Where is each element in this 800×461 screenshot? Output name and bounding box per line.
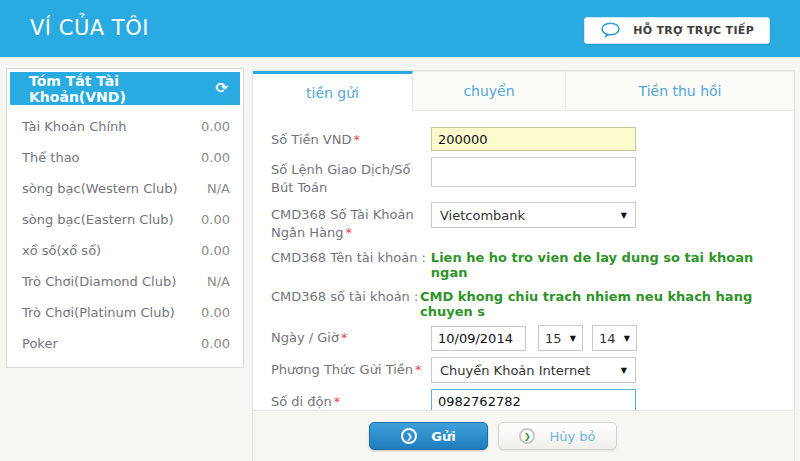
account-row-eastern-club: sòng bạc(Eastern Club) 0.00 [10, 204, 240, 235]
account-row-lottery: xổ số(xổ số) 0.00 [10, 235, 240, 266]
live-support-label: HỖ TRỢ TRỰC TIẾP [633, 24, 754, 37]
hour-selected-value: 15 [545, 331, 562, 346]
required-asterisk: * [344, 225, 353, 240]
datetime-controls: 15 ▼ 14 ▼ [431, 325, 637, 351]
dropdown-arrow-icon: ▼ [624, 334, 630, 343]
deposit-form: Số Tiền VND* Số Lệnh Giao Dịch/Số Bút To… [253, 111, 794, 451]
account-name-row: CMD368 Tên tài khoản : Lien he ho tro vi… [271, 247, 794, 280]
account-summary-list: Tài Khoản Chính 0.00 Thể thao 0.00 sòng … [10, 105, 240, 359]
account-row-poker: Poker 0.00 [10, 328, 240, 359]
required-asterisk: * [339, 330, 348, 345]
chevron-right-icon: ❯ [401, 428, 417, 444]
account-summary-panel: Tóm Tắt Tài Khoản(VND) ⟳ Tài Khoản Chính… [6, 68, 244, 368]
bank-account-row: CMD368 Số Tài Khoản Ngân Hàng* Vietcomba… [271, 202, 794, 241]
account-balance: 0.00 [201, 305, 230, 320]
account-balance: 0.00 [201, 336, 230, 351]
datetime-row: Ngày / Giờ* 15 ▼ 14 ▼ [271, 325, 794, 351]
amount-row: Số Tiền VND* [271, 127, 794, 151]
chevron-right-icon: ❯ [519, 428, 535, 444]
amount-input[interactable] [431, 127, 636, 151]
minute-select[interactable]: 14 ▼ [592, 325, 637, 351]
account-label: sòng bạc(Eastern Club) [22, 212, 174, 227]
cancel-button[interactable]: ❯ Hủy bỏ [498, 422, 617, 450]
bank-select[interactable]: Vietcombank ▼ [431, 202, 636, 228]
submit-button-label: Gửi [431, 429, 455, 444]
account-label: Poker [22, 336, 58, 351]
method-label: Phương Thức Gửi Tiền* [271, 357, 431, 383]
tab-bar: tiền gửi chuyển Tiền thu hồi [253, 71, 794, 111]
dropdown-arrow-icon: ▼ [570, 334, 576, 343]
hour-select[interactable]: 15 ▼ [538, 325, 583, 351]
tab-deposit[interactable]: tiền gửi [253, 71, 413, 111]
refresh-icon[interactable]: ⟳ [215, 81, 228, 96]
tab-transfer[interactable]: chuyển [413, 71, 566, 111]
transaction-input[interactable] [431, 157, 636, 187]
transaction-label: Số Lệnh Giao Dịch/Số Bút Toán [271, 157, 431, 196]
transaction-row: Số Lệnh Giao Dịch/Số Bút Toán [271, 157, 794, 196]
tab-withdraw[interactable]: Tiền thu hồi [566, 71, 794, 111]
required-asterisk: * [413, 362, 422, 377]
method-select[interactable]: Chuyển Khoản Internet ▼ [431, 357, 636, 383]
account-name-label: CMD368 Tên tài khoản : [271, 247, 431, 280]
page-header: VÍ CỦA TÔI HỖ TRỢ TRỰC TIẾP [0, 0, 800, 57]
chat-bubble-icon [600, 22, 622, 39]
bank-selected-value: Vietcombank [440, 208, 525, 223]
account-balance: 0.00 [201, 212, 230, 227]
account-name-notice: Lien he ho tro vien de lay dung so tai k… [431, 247, 794, 280]
account-balance: N/A [207, 274, 230, 289]
bank-account-label: CMD368 Số Tài Khoản Ngân Hàng* [271, 202, 431, 241]
account-row-diamond-club: Trò Chơi(Diamond Club) N/A [10, 266, 240, 297]
account-summary-title: Tóm Tắt Tài Khoản(VND) [29, 73, 215, 105]
submit-button[interactable]: ❯ Gửi [369, 422, 488, 450]
form-action-bar: ❯ Gửi ❯ Hủy bỏ [252, 410, 795, 461]
required-asterisk: * [332, 394, 341, 409]
cancel-button-label: Hủy bỏ [549, 429, 595, 444]
account-label: Trò Chơi(Diamond Club) [22, 274, 176, 289]
account-summary-header: Tóm Tắt Tài Khoản(VND) ⟳ [10, 72, 240, 105]
account-label: Tài Khoản Chính [22, 119, 127, 134]
account-number-label: CMD368 số tài khoản : [271, 286, 420, 319]
deposit-panel: tiền gửi chuyển Tiền thu hồi Số Tiền VND… [252, 70, 795, 461]
account-label: Thể thao [22, 150, 80, 165]
method-selected-value: Chuyển Khoản Internet [440, 363, 590, 378]
datetime-label: Ngày / Giờ* [271, 325, 431, 351]
account-balance: 0.00 [201, 119, 230, 134]
method-row: Phương Thức Gửi Tiền* Chuyển Khoản Inter… [271, 357, 794, 383]
account-row-sports: Thể thao 0.00 [10, 142, 240, 173]
page-title: VÍ CỦA TÔI [30, 16, 149, 40]
dropdown-arrow-icon: ▼ [621, 211, 627, 220]
account-balance: N/A [207, 181, 230, 196]
account-balance: 0.00 [201, 243, 230, 258]
account-row-western-club: sòng bạc(Western Club) N/A [10, 173, 240, 204]
account-number-notice: CMD khong chiu trach nhiem neu khach han… [420, 286, 794, 319]
account-row-main: Tài Khoản Chính 0.00 [10, 111, 240, 142]
minute-selected-value: 14 [599, 331, 616, 346]
account-label: Trò Chơi(Platinum Club) [22, 305, 175, 320]
account-row-platinum-club: Trò Chơi(Platinum Club) 0.00 [10, 297, 240, 328]
live-support-button[interactable]: HỖ TRỢ TRỰC TIẾP [584, 17, 770, 44]
account-label: xổ số(xổ số) [22, 243, 101, 258]
required-asterisk: * [352, 132, 361, 147]
account-label: sòng bạc(Western Club) [22, 181, 178, 196]
account-number-row: CMD368 số tài khoản : CMD khong chiu tra… [271, 286, 794, 319]
account-balance: 0.00 [201, 150, 230, 165]
amount-label: Số Tiền VND* [271, 127, 431, 151]
date-input[interactable] [431, 326, 526, 351]
dropdown-arrow-icon: ▼ [621, 366, 627, 375]
